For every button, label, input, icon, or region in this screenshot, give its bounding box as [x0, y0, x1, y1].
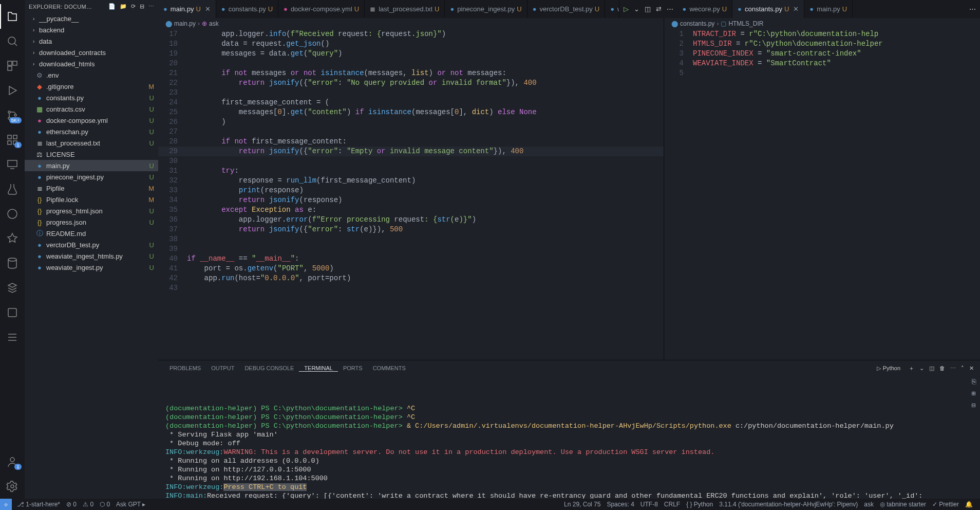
breadcrumb-left[interactable]: ⬤ main.py › ⊕ ask: [158, 18, 664, 29]
file-main.py[interactable]: ●main.pyU: [25, 160, 158, 171]
folder-data[interactable]: ›data: [25, 35, 158, 47]
term-side-icon-b[interactable]: ⊞: [972, 390, 976, 398]
close-tab-icon[interactable]: ✕: [205, 5, 211, 13]
terminal[interactable]: ⎘ ⊞ ⊟ (documentation-helper) PS C:\pytho…: [158, 376, 980, 499]
panel-tab-terminal[interactable]: TERMINAL: [299, 365, 338, 372]
search-icon[interactable]: [0, 29, 25, 53]
file-Pipfile.lock[interactable]: {}Pipfile.lockM: [25, 194, 158, 205]
testing-icon[interactable]: [0, 177, 25, 202]
folder-__pycache__[interactable]: ›__pycache__: [25, 13, 158, 24]
file-etherschan.py[interactable]: ●etherschan.pyU: [25, 126, 158, 137]
more-icon[interactable]: ⋯: [148, 3, 154, 10]
panel-tab-ports[interactable]: PORTS: [338, 365, 368, 372]
tab-verctorDB_test.py[interactable]: ●verctorDB_test.pyU: [527, 0, 606, 18]
collapse-icon[interactable]: ⊟: [140, 3, 144, 10]
database-icon[interactable]: [0, 251, 25, 276]
icon-b[interactable]: [0, 226, 25, 251]
close-tab-icon[interactable]: ✕: [793, 5, 799, 13]
run-icon[interactable]: ▷: [624, 5, 629, 13]
status-item[interactable]: ⬡ 0: [97, 501, 113, 508]
split-icon[interactable]: ◫: [645, 5, 651, 13]
more-terminal-icon[interactable]: ⋯: [950, 365, 956, 372]
remote-explorer-icon[interactable]: [0, 152, 25, 177]
file-tree[interactable]: ›__pycache__›backend›data›downloaded_con…: [25, 13, 158, 499]
folder-backend[interactable]: ›backend: [25, 24, 158, 35]
new-terminal-icon[interactable]: ＋: [909, 365, 914, 372]
more-tabs-icon[interactable]: ⋯: [667, 5, 673, 13]
extensions-icon[interactable]: 1: [0, 128, 25, 152]
file-progress_html.json[interactable]: {}progress_html.jsonU: [25, 205, 158, 216]
more-right-icon[interactable]: ⋯: [969, 5, 976, 13]
refresh-icon[interactable]: ⟳: [131, 3, 136, 10]
status-item[interactable]: { } Python: [683, 501, 716, 508]
status-item[interactable]: ◎ tabnine starter: [877, 501, 929, 508]
tab-main.py[interactable]: ●main.pyU✕: [158, 0, 216, 18]
code-text-right[interactable]: NTRACT_DIR = r"C:\python\documentation-h…: [693, 29, 980, 360]
file-constants.py[interactable]: ●constants.pyU: [25, 92, 158, 103]
file-Pipfile[interactable]: ≣PipfileM: [25, 183, 158, 194]
debug-icon[interactable]: ⌄: [634, 5, 639, 13]
tab-wecore.py[interactable]: ●wecore.pyU: [677, 0, 733, 18]
status-item[interactable]: 🔔: [962, 501, 976, 508]
icon-d[interactable]: [0, 300, 25, 325]
file-contracts.csv[interactable]: ▦contracts.csvU: [25, 103, 158, 115]
status-item[interactable]: Ask GPT ▸: [113, 501, 148, 508]
panel-tab-comments[interactable]: COMMENTS: [368, 365, 411, 372]
file-LICENSE[interactable]: ⚖LICENSE: [25, 149, 158, 160]
status-item[interactable]: UTF-8: [637, 501, 661, 508]
code-area-left[interactable]: 1718192021222324252627282930313233343536…: [158, 29, 664, 360]
folder-downloaded_contracts[interactable]: ›downloaded_contracts: [25, 47, 158, 58]
file-docker-compose.yml[interactable]: ●docker-compose.ymlU: [25, 115, 158, 126]
settings-gear-icon[interactable]: [0, 474, 25, 499]
term-side-icon-c[interactable]: ⊟: [972, 402, 976, 410]
tab-constants.py[interactable]: ●constants.pyU: [216, 0, 278, 18]
explorer-icon[interactable]: [0, 4, 25, 29]
panel-tab-problems[interactable]: PROBLEMS: [164, 365, 206, 372]
compare-icon[interactable]: ⇄: [656, 5, 662, 13]
accounts-icon[interactable]: 1: [0, 449, 25, 474]
close-panel-icon[interactable]: ✕: [969, 365, 974, 372]
tab-last_processed.txt[interactable]: ≣last_processed.txtU: [365, 0, 445, 18]
maximize-panel-icon[interactable]: ˄: [961, 365, 964, 372]
status-item[interactable]: ✓ Prettier: [929, 501, 962, 508]
icon-c[interactable]: [0, 276, 25, 300]
status-item[interactable]: ⎇ 1-start-here*: [14, 501, 63, 508]
split-terminal-icon[interactable]: ◫: [929, 365, 934, 372]
file-.gitignore[interactable]: ◆.gitignoreM: [25, 81, 158, 92]
tab-weavi…[interactable]: ●weavi…: [605, 0, 619, 18]
tab-pinecone_ingest.py[interactable]: ●pinecone_ingest.pyU: [445, 0, 527, 18]
file-pinecone_ingest.py[interactable]: ●pinecone_ingest.pyU: [25, 171, 158, 183]
folder-downloaded_htmls[interactable]: ›downloaded_htmls: [25, 58, 158, 69]
tab-docker-compose.yml[interactable]: ●docker-compose.ymlU: [278, 0, 365, 18]
panel-tab-output[interactable]: OUTPUT: [206, 365, 239, 372]
file-progress.json[interactable]: {}progress.jsonU: [25, 216, 158, 228]
status-item[interactable]: ⚠ 0: [80, 501, 97, 508]
status-item[interactable]: Spaces: 4: [604, 501, 637, 508]
tab-constants.py[interactable]: ●constants.pyU✕: [732, 0, 804, 18]
status-item[interactable]: 3.11.4 ('documentation-helper-AHvjEwHp':…: [716, 501, 861, 508]
file-.env[interactable]: ⚙.env: [25, 69, 158, 81]
new-file-icon[interactable]: 📄: [108, 3, 116, 10]
term-side-icon-a[interactable]: ⎘: [972, 378, 976, 387]
breadcrumb-right[interactable]: ⬤ constants.py › ▢ HTMLS_DIR: [664, 18, 980, 29]
code-area-right[interactable]: 12345 NTRACT_DIR = r"C:\python\documenta…: [664, 29, 980, 360]
file-weaviate_ingest_htmls.py[interactable]: ●weaviate_ingest_htmls.pyU: [25, 250, 158, 262]
new-folder-icon[interactable]: 📁: [120, 3, 127, 10]
icon-e[interactable]: [0, 325, 25, 350]
status-item[interactable]: ⊘ 0: [63, 501, 80, 508]
status-item[interactable]: ask: [861, 501, 877, 508]
status-item[interactable]: CRLF: [661, 501, 683, 508]
file-weaviate_ingest.py[interactable]: ●weaviate_ingest.pyU: [25, 262, 158, 273]
file-README.md[interactable]: ⓘREADME.md: [25, 228, 158, 239]
remote-button[interactable]: ⟐: [0, 499, 12, 510]
panel-tab-debug-console[interactable]: DEBUG CONSOLE: [239, 365, 299, 372]
terminal-type[interactable]: ▷ Python: [874, 365, 903, 372]
file-last_processed.txt[interactable]: ≣last_processed.txtU: [25, 137, 158, 149]
tab-main.py[interactable]: ●main.pyU: [804, 0, 853, 18]
icon-a[interactable]: [0, 202, 25, 226]
status-item[interactable]: Ln 29, Col 75: [561, 501, 604, 508]
file-verctorDB_test.py[interactable]: ●verctorDB_test.pyU: [25, 239, 158, 250]
code-text-left[interactable]: app.logger.info(f"Received request: {req…: [187, 29, 658, 360]
source-control-icon[interactable]: 5K+: [0, 103, 25, 128]
kill-terminal-icon[interactable]: 🗑: [939, 365, 945, 371]
